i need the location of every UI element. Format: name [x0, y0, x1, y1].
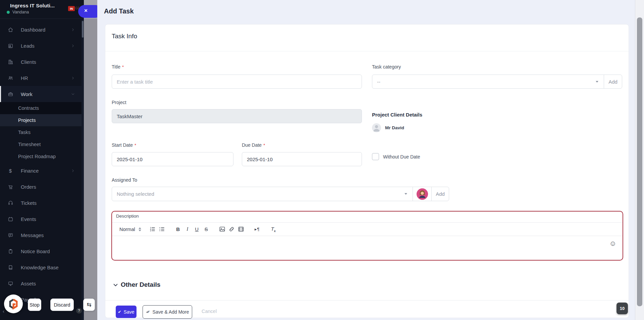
help-icon[interactable]: ?	[76, 308, 82, 314]
sidebar-item-label: Orders	[21, 184, 36, 190]
client-name: Mr David	[385, 125, 404, 130]
project-label: Project	[112, 100, 126, 105]
due-date-input[interactable]	[242, 152, 362, 166]
stop-button[interactable]: Stop	[28, 299, 41, 311]
description-section: Description Normal	[111, 211, 623, 261]
modal-backdrop[interactable]	[84, 0, 97, 320]
insert-link-button[interactable]	[227, 224, 236, 234]
assigned-to-group: Nothing selected Add	[112, 187, 449, 201]
cancel-button[interactable]: Cancel	[202, 309, 217, 314]
description-label: Description	[116, 214, 139, 219]
format-select[interactable]: Normal	[119, 224, 141, 234]
org-name: Ingress IT Soluti...	[10, 3, 55, 8]
emoji-icon[interactable]: ☺	[609, 240, 616, 247]
headset-icon	[7, 200, 13, 206]
start-date-input[interactable]	[112, 152, 233, 166]
sidebar-subitem-timesheet[interactable]: Timesheet	[0, 138, 84, 150]
task-category-label: Task category	[372, 64, 401, 70]
sidebar-item-finance[interactable]: $Finance	[0, 163, 84, 179]
video-icon	[238, 226, 244, 232]
sidebar-subitem-contracts[interactable]: Contracts	[0, 102, 84, 114]
ordered-list-button[interactable]	[148, 224, 157, 234]
page-scrollbar[interactable]	[635, 0, 644, 320]
lead-icon	[7, 43, 13, 49]
drawer-title: Add Task	[104, 7, 134, 15]
italic-button[interactable]: I	[183, 224, 192, 234]
add-category-button[interactable]: Add	[604, 75, 622, 88]
other-details-label: Other Details	[121, 281, 160, 288]
brand-logo: IN	[68, 6, 75, 11]
clear-format-button[interactable]: Tx	[269, 224, 278, 234]
page-number-badge: 10	[616, 303, 628, 314]
recorder-logo[interactable]	[4, 294, 23, 313]
save-label: Save	[124, 309, 135, 315]
sidebar-nav: DashboardLeadsClientsHRWorkContractsProj…	[0, 19, 84, 308]
sidebar-item-notice-board[interactable]: Notice Board	[0, 243, 84, 259]
direction-icon: ▸¶	[255, 227, 260, 232]
chevron-left-icon[interactable]: ‹	[3, 308, 4, 314]
description-editor[interactable]	[112, 236, 623, 260]
sidebar-scrollbar-thumb[interactable]	[82, 21, 84, 38]
clipboard-icon	[7, 248, 13, 254]
project-client-details-heading: Project Client Details	[372, 112, 422, 118]
chevron-right-icon	[71, 76, 75, 80]
other-details-toggle[interactable]: Other Details	[113, 281, 160, 288]
sidebar-item-events[interactable]: Events	[0, 211, 84, 227]
sidebar-subitem-project-roadmap[interactable]: Project Roadmap	[0, 150, 84, 163]
user-name: Vandana	[12, 10, 29, 14]
woman-avatar-icon	[417, 188, 428, 200]
task-title-input[interactable]	[112, 75, 362, 89]
bullet-list-button[interactable]	[157, 224, 167, 234]
sidebar-item-leads[interactable]: Leads	[0, 38, 84, 54]
sidebar-item-clients[interactable]: Clients	[0, 54, 84, 70]
sidebar-item-dashboard[interactable]: Dashboard	[0, 21, 84, 38]
insert-image-button[interactable]	[218, 224, 227, 234]
assignee-avatar-cell[interactable]	[413, 187, 431, 201]
text-direction-button[interactable]: ▸¶	[253, 224, 262, 234]
assignee-avatar	[417, 188, 428, 200]
sidebar-item-hr[interactable]: HR	[0, 70, 84, 86]
hexagon-logo-icon	[7, 298, 19, 310]
save-add-more-button[interactable]: ✔✔ Save & Add More	[143, 305, 192, 319]
sidebar-scrollbar[interactable]	[82, 19, 84, 320]
user-row: Vandana	[7, 10, 29, 14]
page-scrollbar-thumb[interactable]	[637, 17, 642, 306]
add-task-drawer: Add Task Task Info Title* Task category …	[97, 0, 635, 320]
strikethrough-button[interactable]: S	[202, 224, 211, 234]
book-icon	[7, 265, 13, 270]
person-icon	[372, 123, 381, 132]
chevron-down-icon	[71, 92, 75, 96]
assigned-to-select[interactable]: Nothing selected	[112, 187, 413, 201]
without-due-date-checkbox[interactable]	[372, 153, 379, 160]
sidebar-item-knowledge-base[interactable]: Knowledge Base	[0, 259, 84, 275]
sidebar-item-label: Events	[21, 216, 36, 222]
title-label: Title*	[112, 64, 124, 70]
strikethrough-icon: S	[205, 226, 208, 232]
sidebar-item-tickets[interactable]: Tickets	[0, 195, 84, 211]
updown-caret-icon	[139, 227, 141, 231]
insert-video-button[interactable]	[236, 224, 246, 234]
task-category-select[interactable]: --	[372, 75, 604, 88]
sidebar-subitem-projects[interactable]: Projects	[0, 114, 84, 126]
sidebar-item-orders[interactable]: Orders	[0, 179, 84, 195]
chevron-down-icon	[596, 81, 598, 83]
save-button[interactable]: ✔ Save	[116, 306, 137, 318]
add-assignee-button[interactable]: Add	[431, 187, 449, 201]
project-input	[112, 109, 362, 123]
sidebar-item-messages[interactable]: Messages	[0, 227, 84, 243]
swap-icon[interactable]: ⇆	[83, 299, 95, 311]
sidebar-item-work[interactable]: Work	[0, 86, 84, 102]
chat-icon	[7, 232, 13, 238]
bold-button[interactable]: B	[173, 224, 183, 234]
app-window: Ingress IT Soluti... Vandana IN GRESS Da…	[0, 0, 644, 320]
task-category-group: -- Add	[372, 75, 622, 89]
sidebar-subitem-tasks[interactable]: Tasks	[0, 126, 84, 138]
required-asterisk: *	[122, 64, 124, 70]
card-header: Task Info	[105, 25, 629, 51]
sidebar-item-assets[interactable]: Assets	[0, 275, 84, 291]
underline-button[interactable]: U	[192, 224, 202, 234]
task-info-card: Task Info Title* Task category -- Add Pr…	[105, 24, 629, 318]
close-icon: ×	[84, 7, 88, 14]
footer-divider	[105, 300, 629, 301]
discard-button[interactable]: Discard	[50, 299, 74, 311]
